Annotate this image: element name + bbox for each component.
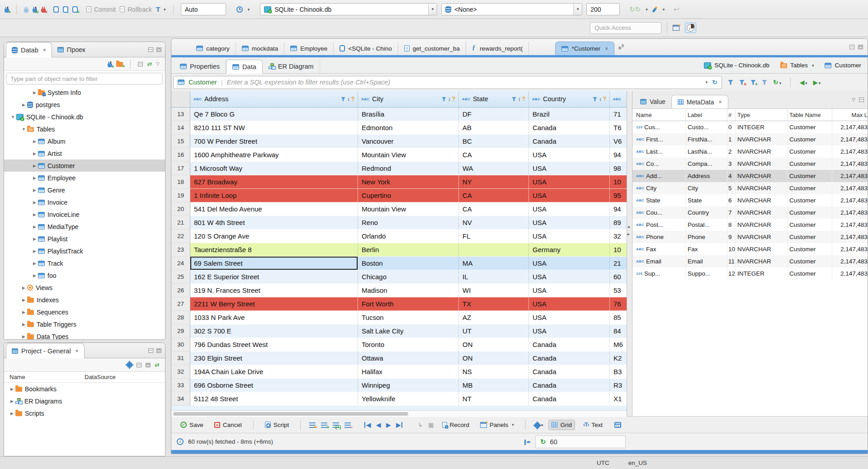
collapse-all-icon[interactable]: [138, 62, 143, 66]
postalcode-cell[interactable]: B3: [610, 365, 627, 379]
ordinal-cell[interactable]: 6: [727, 194, 736, 206]
state-cell[interactable]: MB: [459, 379, 529, 392]
address-cell[interactable]: 5112 48 Street: [190, 392, 358, 406]
postalcode-cell[interactable]: 10: [610, 175, 627, 189]
postalcode-cell[interactable]: K2: [610, 352, 627, 365]
address-cell[interactable]: 700 W Pender Street: [190, 135, 358, 148]
sort-hint-icon[interactable]: ?: [522, 96, 525, 102]
tree-expand-arrow[interactable]: ▶: [31, 273, 38, 278]
address-cell[interactable]: 1600 Amphitheatre Parkway: [190, 148, 358, 162]
editor-tab[interactable]: get_customer_ba: [398, 42, 466, 55]
tree-item[interactable]: ▶ Customer: [4, 159, 165, 172]
type-cell[interactable]: NVARCHAR: [736, 158, 788, 170]
city-cell[interactable]: Vancouver: [358, 135, 459, 148]
editor-tab[interactable]: rewards_report(: [466, 42, 529, 55]
settings-button[interactable]: ▾: [534, 421, 543, 428]
delete-row-icon[interactable]: −: [344, 422, 351, 428]
label-cell[interactable]: Custo...: [686, 121, 727, 133]
maximize-icon[interactable]: [156, 348, 161, 353]
calc-panel-icon[interactable]: [614, 422, 621, 428]
type-cell[interactable]: INTEGER: [736, 267, 788, 280]
ordinal-cell[interactable]: 8: [727, 219, 736, 231]
city-cell[interactable]: Yellowknife: [358, 392, 459, 406]
pen-caret[interactable]: ▾: [663, 7, 665, 12]
tablename-cell[interactable]: Customer: [788, 133, 832, 145]
maxlength-cell[interactable]: 2,147,483: [832, 267, 868, 280]
metadata-row[interactable]: ABCCou... Country 7 NVARCHAR Customer 2,…: [632, 206, 868, 219]
ordinal-cell[interactable]: 5: [727, 182, 736, 194]
highlight-pen-icon[interactable]: [652, 6, 658, 12]
city-cell[interactable]: Edmonton: [358, 121, 459, 135]
tree-item[interactable]: ▶ System Info: [4, 86, 165, 98]
maxlength-cell[interactable]: 2,147,483: [832, 133, 868, 145]
name-cell[interactable]: ABCPost...: [632, 219, 686, 231]
select-cell-icon[interactable]: ▣: [428, 422, 434, 428]
link-with-editor-icon[interactable]: ⇄: [147, 61, 152, 67]
apply-filter-icon[interactable]: [728, 80, 733, 85]
tree-expand-arrow[interactable]: ▶: [20, 103, 27, 107]
city-cell[interactable]: Ottawa: [358, 352, 459, 365]
metadata-row[interactable]: ABCCity City 5 NVARCHAR Customer 2,147,4…: [632, 182, 868, 194]
ordinal-cell[interactable]: 4: [727, 170, 736, 182]
postalcode-cell[interactable]: 10: [610, 243, 627, 257]
column-header-city[interactable]: ABC City ↕?: [358, 91, 459, 108]
row-number-cell[interactable]: 18: [171, 175, 190, 189]
state-cell[interactable]: FL: [459, 230, 529, 243]
record-button[interactable]: Record: [439, 420, 472, 430]
row-number-cell[interactable]: 34: [171, 392, 190, 406]
tree-item[interactable]: ▶ Invoice: [4, 196, 165, 208]
tree-expand-arrow[interactable]: ▶: [31, 249, 38, 253]
tree-item[interactable]: ▶ Employee: [4, 172, 165, 184]
refresh-result-icon[interactable]: ↻↻: [629, 5, 641, 14]
name-cell[interactable]: 123Cus...: [632, 121, 686, 133]
city-cell[interactable]: Tucson: [358, 311, 459, 324]
tree-item[interactable]: ▶ Table Triggers: [4, 318, 165, 330]
maxlength-cell[interactable]: 2,147,483: [832, 170, 868, 182]
state-cell[interactable]: BC: [459, 135, 529, 148]
city-cell[interactable]: Cupertino: [358, 189, 459, 202]
column-header-maxlength[interactable]: Max L: [832, 109, 868, 121]
tablename-cell[interactable]: Customer: [788, 170, 832, 182]
grid-corner-cell[interactable]: [171, 91, 190, 108]
filter-icon[interactable]: [341, 97, 345, 101]
auto-refresh-icon[interactable]: ↻▾: [773, 79, 781, 86]
entity-subtab[interactable]: ER Diagram: [263, 59, 320, 73]
label-cell[interactable]: Phone: [686, 231, 727, 243]
address-cell[interactable]: 2211 W Berry Street: [190, 297, 358, 311]
name-cell[interactable]: ABCFirst...: [632, 133, 686, 145]
state-cell[interactable]: NS: [459, 365, 529, 379]
row-number-cell[interactable]: 32: [171, 365, 190, 379]
country-cell[interactable]: Canada: [529, 352, 610, 365]
project-item[interactable]: ▶ Scripts: [4, 407, 165, 419]
tree-item[interactable]: ▶ postgres: [4, 98, 165, 111]
city-cell[interactable]: Madison: [358, 284, 459, 297]
postalcode-cell[interactable]: 94: [610, 148, 627, 162]
state-cell[interactable]: WA: [459, 162, 529, 175]
panels-button[interactable]: Panels▾: [477, 420, 517, 430]
type-cell[interactable]: NVARCHAR: [736, 133, 788, 145]
country-cell[interactable]: USA: [529, 270, 610, 284]
minimize-icon[interactable]: [849, 45, 854, 49]
row-number-cell[interactable]: 20: [171, 202, 190, 216]
country-cell[interactable]: USA: [529, 202, 610, 216]
postalcode-cell[interactable]: 94: [610, 202, 627, 216]
address-cell[interactable]: 8210 111 ST NW: [190, 121, 358, 135]
label-cell[interactable]: FirstNa...: [686, 133, 727, 145]
editor-tab[interactable]: <SQLite - Chino: [334, 42, 398, 55]
ordinal-cell[interactable]: 9: [727, 231, 736, 243]
maximize-icon[interactable]: [156, 47, 161, 52]
row-number-cell[interactable]: 17: [171, 162, 190, 175]
maximize-icon[interactable]: [858, 45, 863, 49]
dbeaver-perspective-button[interactable]: [685, 23, 696, 33]
metadata-row[interactable]: ABCFax Fax 10 NVARCHAR Customer 2,147,48…: [632, 243, 868, 255]
tab-value[interactable]: Value: [634, 95, 671, 108]
row-number-cell[interactable]: 23: [171, 243, 190, 257]
tree-expand-arrow[interactable]: ▶: [31, 261, 38, 266]
label-cell[interactable]: City: [686, 182, 727, 194]
type-cell[interactable]: NVARCHAR: [736, 243, 788, 255]
postalcode-cell[interactable]: 89: [610, 216, 627, 230]
address-cell[interactable]: 696 Osborne Street: [190, 379, 358, 392]
tree-item[interactable]: ▼ SQLite - Chinook.db: [4, 111, 165, 123]
postalcode-cell[interactable]: 60: [610, 270, 627, 284]
address-cell[interactable]: Tauentzienstraße 8: [190, 243, 358, 257]
